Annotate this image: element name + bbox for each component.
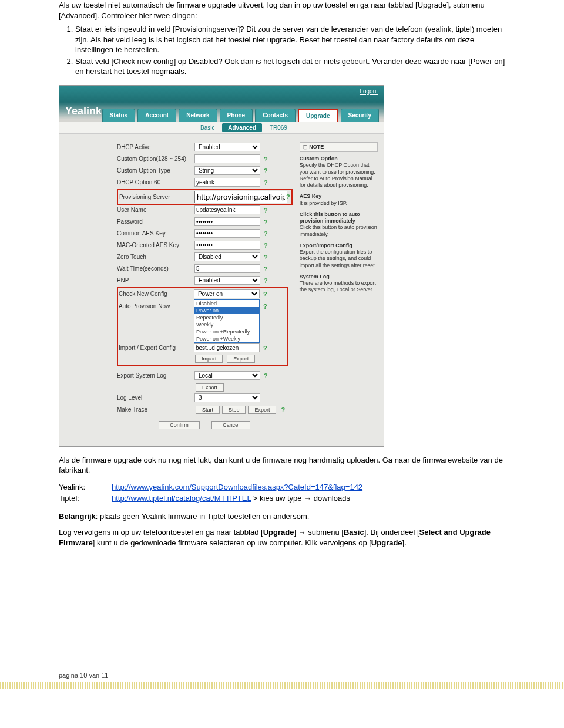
tiptel-tail: > kies uw type → downloads <box>251 494 350 503</box>
password-input[interactable] <box>194 217 260 226</box>
yealink-screenshot: Logout Yealink Status Account Network Ph… <box>59 85 384 447</box>
import-export-input[interactable] <box>194 343 260 352</box>
export-syslog-button[interactable]: Export <box>196 383 224 392</box>
dhcp60-label: DHCP Option 60 <box>117 179 194 186</box>
opt-poweron-repeatedly[interactable]: Power on +Repeatedly <box>194 328 259 335</box>
logout-link[interactable]: Logout <box>360 88 378 95</box>
help-icon[interactable]: ? <box>264 254 268 261</box>
steps-list: Staat er iets ingevuld in veld [Provisio… <box>59 24 505 77</box>
help-icon[interactable]: ? <box>264 156 268 163</box>
opt-poweron-weekly[interactable]: Power on +Weekly <box>194 335 259 342</box>
check-config-dropdown[interactable]: Disabled Power on Repeatedly Weekly Powe… <box>194 299 260 343</box>
stop-button[interactable]: Stop <box>222 406 246 414</box>
note-aes-text: It is provided by ISP. <box>300 200 347 206</box>
pnp-select[interactable]: Enabled <box>194 276 260 285</box>
custom-option-input[interactable] <box>194 154 260 163</box>
final-paragraph: Log vervolgens in op uw telefoontoestel … <box>59 527 505 548</box>
help-icon[interactable]: ? <box>264 167 268 174</box>
prov-server-label: Provisioning Server <box>119 194 194 200</box>
make-trace-label: Make Trace <box>117 406 194 413</box>
mac-aes-input[interactable] <box>194 241 260 250</box>
help-icon[interactable]: ? <box>263 303 267 310</box>
custom-option-type-select[interactable]: String <box>194 166 260 175</box>
help-icon[interactable]: ? <box>264 218 268 225</box>
help-icon[interactable]: ? <box>286 193 290 200</box>
yealink-logo: Yealink <box>65 105 102 122</box>
confirm-button[interactable]: Confirm <box>159 421 200 429</box>
opt-repeatedly[interactable]: Repeatedly <box>194 314 259 321</box>
export-trace-button[interactable]: Export <box>248 406 276 414</box>
subtab-basic[interactable]: Basic <box>194 123 220 132</box>
aes-input[interactable] <box>194 229 260 238</box>
tab-phone[interactable]: Phone <box>220 109 253 122</box>
help-icon[interactable]: ? <box>264 207 268 214</box>
tab-network[interactable]: Network <box>179 109 217 122</box>
note-aes-title: AES Key <box>300 193 378 200</box>
import-button[interactable]: Import <box>195 355 223 363</box>
note-expimp-title: Export/Import Config <box>300 242 378 249</box>
opt-power-on[interactable]: Power on <box>194 307 259 314</box>
tiptel-link[interactable]: http://www.tiptel.nl/catalog/cat/MTTIPTE… <box>112 494 251 503</box>
wait-time-label: Wait Time(seconds) <box>117 265 194 272</box>
note-syslog-text: There are two methods to export the syst… <box>300 280 376 292</box>
step-1: Staat er iets ingevuld in veld [Provisio… <box>75 24 505 55</box>
help-icon[interactable]: ? <box>264 277 268 284</box>
custom-option-type-label: Custom Option Type <box>117 167 194 174</box>
export-button[interactable]: Export <box>227 355 255 363</box>
help-icon[interactable]: ? <box>264 372 268 379</box>
check-new-config-select[interactable]: Power on <box>194 289 260 298</box>
help-icon[interactable]: ? <box>264 230 268 237</box>
subtab-advanced[interactable]: Advanced <box>222 123 262 132</box>
username-input[interactable] <box>194 205 260 214</box>
belangrijk-label: Belangrijk <box>59 512 96 521</box>
page-footer: pagina 10 van 11 <box>59 672 505 679</box>
yealink-link-label: Yealink: <box>59 481 112 493</box>
dhcp60-input[interactable] <box>194 178 260 187</box>
subtab-tr069[interactable]: TR069 <box>264 123 293 132</box>
help-icon[interactable]: ? <box>264 179 268 186</box>
note-expimp-text: Export the configuration files to backup… <box>300 249 377 268</box>
help-icon[interactable]: ? <box>263 345 267 352</box>
aes-label: Common AES Key <box>117 230 194 237</box>
footer-stripes <box>0 682 564 689</box>
username-label: User Name <box>117 207 194 213</box>
import-export-label: Import / Export Config <box>119 345 194 351</box>
zero-touch-select[interactable]: Disabled <box>194 252 260 261</box>
step-2: Staat veld [Check new config] op Disable… <box>75 56 505 77</box>
tab-security[interactable]: Security <box>341 109 379 122</box>
dhcp-active-select[interactable]: Enabled <box>194 143 260 151</box>
pnp-label: PNP <box>117 277 194 284</box>
note-custom-option-title: Custom Option <box>300 156 378 162</box>
help-icon[interactable]: ? <box>263 291 267 298</box>
export-syslog-select[interactable]: Local <box>194 371 260 380</box>
opt-disabled[interactable]: Disabled <box>194 300 259 307</box>
loglevel-select[interactable]: 3 <box>194 393 260 402</box>
intro-text: Als uw toestel niet automatisch de firmw… <box>59 0 505 21</box>
loglevel-label: Log Level <box>117 395 194 401</box>
password-label: Password <box>117 218 194 225</box>
check-new-config-label: Check New Config <box>119 291 194 297</box>
tab-upgrade[interactable]: Upgrade <box>298 109 338 122</box>
note-autoprov-title: Click this button to auto provision imme… <box>300 211 378 225</box>
note-custom-option-text: Specify the DHCP Option that you want to… <box>300 162 375 188</box>
tab-status[interactable]: Status <box>102 109 136 122</box>
zero-touch-label: Zero Touch <box>117 254 194 260</box>
export-syslog-label: Export System Log <box>117 372 194 379</box>
help-icon[interactable]: ? <box>281 406 285 413</box>
note-syslog-title: System Log <box>300 274 378 280</box>
dhcp-active-label: DHCP Active <box>117 144 194 150</box>
help-icon[interactable]: ? <box>264 265 268 272</box>
wait-time-input[interactable] <box>194 264 260 273</box>
prov-server-input[interactable] <box>194 191 287 203</box>
help-icon[interactable]: ? <box>264 242 268 249</box>
cancel-button[interactable]: Cancel <box>212 421 250 429</box>
opt-weekly[interactable]: Weekly <box>194 321 259 328</box>
tab-account[interactable]: Account <box>137 109 176 122</box>
yealink-link[interactable]: http://www.yealink.com/SupportDownloadfi… <box>112 481 362 493</box>
custom-option-label: Custom Option(128 ~ 254) <box>117 156 194 162</box>
tab-contacts[interactable]: Contacts <box>255 109 296 122</box>
belangrijk-text: : plaats geen Yealink firmware in Tiptel… <box>96 512 310 521</box>
start-button[interactable]: Start <box>196 406 220 414</box>
tiptel-link-label: Tiptel: <box>59 493 112 504</box>
note-header: NOTE <box>300 142 378 152</box>
